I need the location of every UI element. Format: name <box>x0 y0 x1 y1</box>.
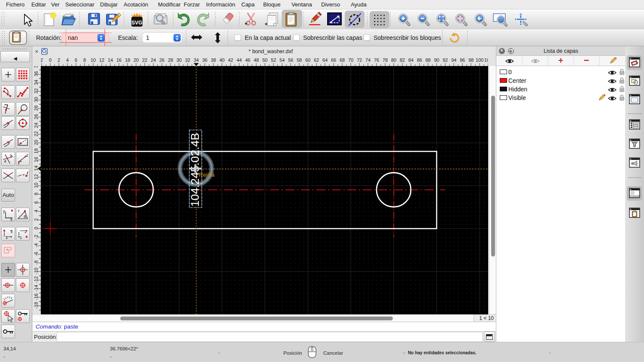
svg-text:1: 1 <box>20 235 22 240</box>
svg-text:Rejilla: Rejilla <box>199 172 215 178</box>
svg-text:a: a <box>24 214 26 219</box>
svg-text:1: 1 <box>6 235 8 240</box>
svg-text:2: 2 <box>24 229 27 234</box>
svg-text:SVG: SVG <box>131 20 142 26</box>
svg-text:r: r <box>18 208 20 213</box>
svg-text:2: 2 <box>26 153 28 157</box>
svg-text:y: y <box>3 209 5 214</box>
svg-text:x: x <box>10 217 12 221</box>
svg-text:command: command <box>632 196 639 197</box>
